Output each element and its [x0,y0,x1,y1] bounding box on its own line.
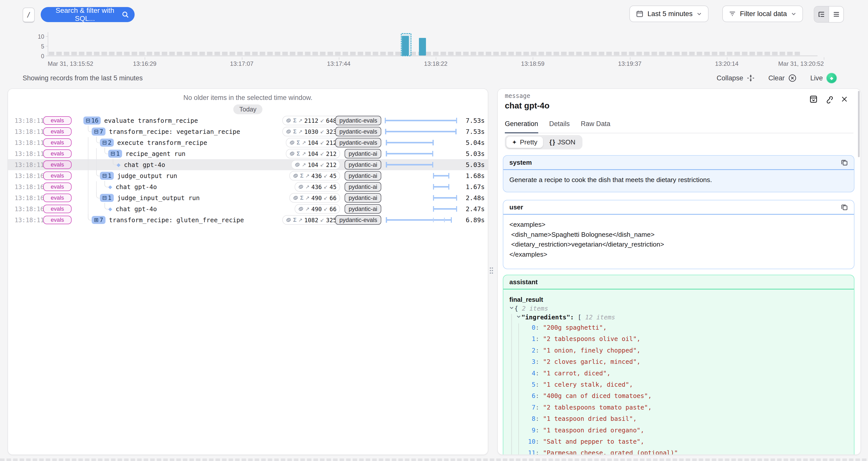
collapse-toggle-button[interactable]: ⊟1 [108,150,122,158]
package-tag-badge[interactable]: pydantic-ai [345,149,381,158]
filter-local-data-dropdown[interactable]: Filter local data [722,5,803,22]
item-colon: : [535,335,543,342]
records-timeline-chart: 0510Mar 31, 13:15:5213:16:2913:17:0713:1… [48,29,824,56]
trace-row[interactable]: 13:18:16evals◆chat gpt-4o↗490↙66pydantic… [8,204,488,214]
detail-scrollbar[interactable] [858,91,860,157]
package-tag-badge[interactable]: pydantic-ai [345,182,381,192]
project-badge[interactable]: evals [43,160,71,169]
collapse-toggle-button[interactable]: ⊟1 [100,172,114,180]
package-tag-badge[interactable]: pydantic-evals [335,116,381,125]
json-root-line[interactable]: { 2 items [509,304,848,313]
span-name: judge_input_output run [117,194,200,202]
token-usage-pill: Σ↗436↙45 [289,171,340,181]
span-cell: ⊞7transform_recipe: gluten_free_recipe [92,214,244,225]
timeline-bar[interactable] [402,36,409,56]
collapse-toggle-button[interactable]: ⊟1 [100,194,114,202]
row-timestamp: 13:18:11 [14,139,44,146]
trace-row[interactable]: 13:18:11evals⊟1recipe_agent runΣ↗104↙212… [8,148,488,159]
item-colon: : [535,370,543,377]
collapse-toggle-button[interactable]: ⊟7 [92,128,105,135]
json-array-item: 11: "Parmesan cheese, grated (optional)" [509,447,848,455]
trace-row[interactable]: 13:18:16evals⊟1judge_output runΣ↗436↙45p… [8,170,488,181]
sparkle-icon: ✦ [512,139,517,146]
item-value: "1 onion, finely chopped", [543,347,641,354]
flat-list-view-button[interactable] [829,6,843,22]
user-role-label: user [509,204,523,211]
trace-row[interactable]: 13:18:16evals◆chat gpt-4o↗436↙45pydantic… [8,181,488,192]
trace-row[interactable]: 13:18:11evals⊟16evaluate transform_recip… [8,115,488,126]
json-label: JSON [558,139,576,146]
package-tag-badge[interactable]: pydantic-ai [345,160,381,170]
duration-text: 5.03s [466,161,485,168]
project-badge[interactable]: evals [43,205,71,213]
item-value: "1 teaspoon dried oregano", [543,427,644,434]
clear-button[interactable]: Clear [768,74,797,82]
project-badge[interactable]: evals [43,149,71,158]
json-key-line[interactable]: "ingredients": [ 12 items [509,313,848,322]
project-badge[interactable]: evals [43,193,71,202]
user-message-text: <examples> <dish_name>Spaghetti Bolognes… [509,220,848,259]
time-range-dropdown[interactable]: Last 5 minutes [629,5,709,22]
trace-row[interactable]: 13:18:11evals⊞7transform_recipe: gluten_… [8,214,488,225]
duration-end-cap [432,151,433,156]
trace-row[interactable]: 13:18:16evals⊟1judge_input_output runΣ↗4… [8,192,488,204]
caret-down-icon[interactable] [516,313,521,322]
sigma-total-icon: Σ [293,117,297,124]
collapse-toggle-button[interactable]: ⊟16 [83,117,101,125]
tree-guide-line [88,148,88,159]
output-tokens-arrow-icon: ↙ [320,162,324,168]
trace-row[interactable]: 13:18:11evals⊟7transform_recipe: vegetar… [8,126,488,137]
span-cell: ⊟1judge_input_output run [100,192,200,204]
tree-view-button[interactable] [814,6,829,22]
item-colon: : [535,347,543,354]
copy-icon[interactable] [841,204,848,211]
collapse-toggle-button[interactable]: ⊟2 [100,139,114,147]
caret-down-icon[interactable] [509,304,515,313]
json-toggle-button[interactable]: { } JSON [544,136,581,148]
package-tag-badge[interactable]: pydantic-ai [345,193,381,203]
row-timestamp: 13:18:16 [14,172,44,180]
input-tokens-arrow-icon: ↗ [305,173,310,179]
collapse-toggle-button[interactable]: ⊞7 [92,216,105,224]
expand-plus-icon: ⊞ [94,217,98,223]
project-badge[interactable]: evals [43,183,71,191]
project-badge[interactable]: evals [43,116,71,125]
trace-row[interactable]: 13:18:11evals◆chat gpt-4o↗104↙212pydanti… [8,159,488,170]
trace-row[interactable]: 13:18:11evals⊟2execute transform_recipeΣ… [8,137,488,148]
duration-sub-tick [444,218,445,222]
tokens-coin-icon [286,129,291,134]
input-tokens-arrow-icon: ↗ [302,162,306,168]
sigma-total-icon: Σ [293,128,297,135]
row-timestamp: 13:18:16 [14,183,44,191]
date-pill[interactable]: Today [233,104,262,114]
live-toggle[interactable]: Live ◆ [810,73,837,83]
package-tag-badge[interactable]: pydantic-evals [335,127,381,136]
package-tag-badge[interactable]: pydantic-ai [345,204,381,214]
copy-link-icon[interactable] [825,95,833,103]
project-badge[interactable]: evals [43,139,71,147]
search-input[interactable]: Search & filter with SQL... [41,7,135,22]
tab-raw-data[interactable]: Raw Data [581,120,611,133]
package-tag-badge[interactable]: pydantic-evals [335,138,381,147]
tab-details[interactable]: Details [549,120,570,133]
x-tick-label: Mar 31, 13:15:52 [48,60,93,67]
close-icon[interactable] [840,95,848,103]
package-tag-badge[interactable]: pydantic-ai [345,171,381,181]
tokens-coin-icon [289,151,295,156]
pretty-toggle-button[interactable]: ✦ Pretty [506,136,543,148]
tab-generation[interactable]: Generation [505,120,538,133]
collapse-minus-icon: ⊟ [111,151,115,156]
copy-icon[interactable] [841,159,848,166]
project-badge[interactable]: evals [43,216,71,224]
timeline-bar[interactable] [419,38,426,56]
panel-resize-handle[interactable] [489,267,495,276]
project-badge[interactable]: evals [43,172,71,180]
package-tag-badge[interactable]: pydantic-evals [335,215,381,225]
list-tree-icon [818,10,825,18]
span-cell: ◆chat gpt-4o [108,181,157,192]
collapse-all-button[interactable]: Collapse [717,74,755,82]
span-duration-bar [385,184,457,190]
project-badge[interactable]: evals [43,127,71,136]
save-view-icon[interactable] [809,95,818,103]
token-usage-pill: Σ↗104↙212 [286,138,340,147]
